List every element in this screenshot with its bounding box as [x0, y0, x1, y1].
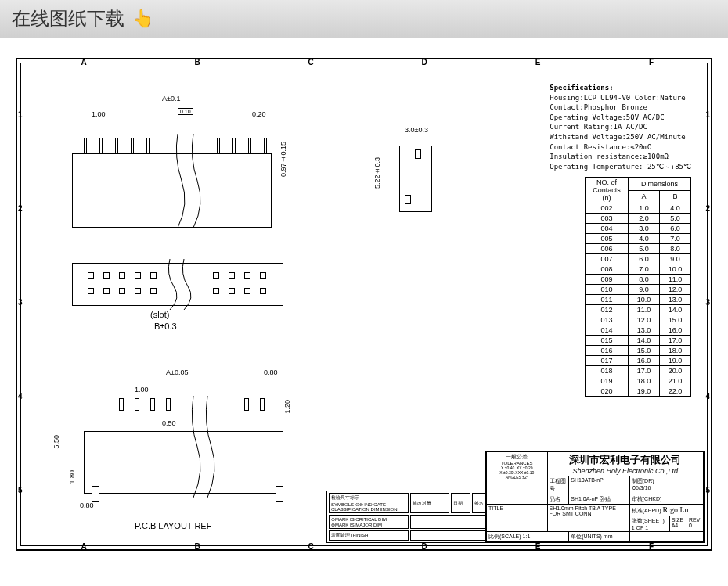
dim-pad-w: 0.50 — [162, 419, 176, 427]
row-label-4-r: 4 — [705, 392, 710, 404]
draw-value: SH10ATB-nP — [569, 476, 630, 494]
top-bar-title: 在线图纸下载 — [12, 6, 124, 31]
slot-label: (slot) — [150, 310, 169, 319]
cell-a: 5.0 — [629, 244, 660, 254]
slot-opening — [260, 272, 266, 279]
spec-line: Contact Resistance:≤20mΩ — [550, 142, 691, 153]
dim-h: 5.22±0.3 — [373, 157, 381, 189]
col-label-e-top: E — [530, 58, 546, 67]
cell-a: 2.0 — [629, 214, 660, 224]
company-name-en: Shenzhen Holy Electronic Co.,Ltd — [550, 467, 701, 475]
dim-b: B±0.3 — [154, 322, 177, 331]
hand-pointer-icon[interactable]: 👆 — [132, 9, 153, 29]
date-value: '06/3/16 — [632, 485, 651, 491]
cell-b: 8.0 — [660, 244, 691, 254]
cell-b: 7.0 — [660, 234, 691, 244]
table-row: 0087.010.0 — [586, 264, 691, 275]
part-label: 品名 — [547, 494, 569, 505]
insp-label: 检验尺寸标示 — [331, 495, 359, 500]
table-row: 0043.06.0 — [586, 224, 691, 234]
cell-n: 003 — [586, 214, 629, 224]
cell-b: 21.0 — [660, 376, 691, 386]
cell-b: 9.0 — [660, 254, 691, 264]
dim-table-hdr-a: A — [629, 190, 660, 203]
pcb-label: P.C.B LAYOUT REF — [135, 521, 211, 530]
spec-line: Operating Temperature:-25℃～+85℃ — [550, 162, 691, 172]
dim-a: A±0.05 — [166, 368, 188, 376]
cell-n: 009 — [586, 275, 629, 285]
table-row: 01716.019.0 — [586, 356, 691, 366]
table-row: 0021.04.0 — [586, 203, 691, 214]
cell-n: 002 — [586, 203, 629, 214]
cell-n: 014 — [586, 325, 629, 336]
break-line-icon — [186, 396, 225, 498]
dim-h: 0.97±0.15 — [279, 142, 287, 177]
pcb-mounting-pad — [276, 486, 283, 502]
col-label-e-bot: E — [530, 542, 546, 551]
col-label-a-top: A — [76, 58, 92, 67]
dim-a: A±0.1 — [162, 95, 180, 102]
cell-n: 015 — [586, 336, 629, 346]
cell-b: 14.0 — [660, 305, 691, 315]
cell-n: 018 — [586, 366, 629, 376]
cell-b: 4.0 — [660, 203, 691, 214]
drawing-area: A B C D E F A B C D E F 1 2 3 4 5 1 2 3 … — [0, 38, 728, 570]
slot-opening — [119, 288, 125, 294]
cell-b: 17.0 — [660, 336, 691, 346]
spec-line: Insulation resistance:≥100mΩ — [550, 152, 691, 162]
cell-a: 10.0 — [629, 295, 660, 305]
table-row: 01918.021.0 — [586, 376, 691, 386]
part-value: SH1.0A-nP 卧贴 — [569, 494, 630, 505]
cell-b: 19.0 — [660, 356, 691, 366]
crit-note: ⊙MARK IS CRITICAL DIM — [331, 517, 387, 522]
slot-opening — [135, 288, 141, 294]
cell-a: 16.0 — [629, 356, 660, 366]
slot-opening — [150, 288, 157, 294]
dim-table-hdr-dim: Dimensions — [629, 178, 691, 191]
slot-opening — [244, 272, 250, 279]
dim-end: 0.80 — [264, 368, 278, 376]
rev-value: 0 — [689, 523, 692, 528]
slot-opening — [244, 288, 250, 294]
col-label-a-bot: A — [76, 542, 92, 551]
cell-a: 17.0 — [629, 366, 660, 376]
cell-n: 017 — [586, 356, 629, 366]
cell-a: 8.0 — [629, 275, 660, 285]
connector-pin — [131, 138, 134, 153]
dim-lead: 0.20 — [252, 110, 266, 118]
slot-opening — [260, 288, 266, 294]
cell-b: 18.0 — [660, 346, 691, 356]
col-label-c-top: C — [303, 58, 319, 67]
pcb-mounting-pad — [92, 486, 99, 502]
table-row: 01413.016.0 — [586, 325, 691, 336]
spec-line: Operating Voltage:50V AC/DC — [550, 113, 691, 123]
view-front-slot: (slot) B±0.3 — [72, 263, 307, 345]
table-row: 0098.011.0 — [586, 275, 691, 285]
cell-a: 14.0 — [629, 336, 660, 346]
cell-b: 5.0 — [660, 214, 691, 224]
table-row: 01110.013.0 — [586, 295, 691, 305]
table-row: 01615.018.0 — [586, 346, 691, 356]
cell-n: 016 — [586, 346, 629, 356]
view-top-connector: A±0.1 1.00 0.10 0.20 0.97±0.15 — [60, 95, 295, 243]
row-label-5-r: 5 — [705, 486, 710, 498]
dim-h3: 1.20 — [283, 400, 291, 414]
table-row: 0065.08.0 — [586, 244, 691, 254]
cell-a: 12.0 — [629, 315, 660, 325]
slot-opening — [213, 288, 219, 294]
rev-label: REV — [689, 517, 700, 523]
cell-a: 11.0 — [629, 305, 660, 315]
cell-n: 013 — [586, 315, 629, 325]
connector-pin — [264, 138, 267, 153]
slot-opening — [103, 288, 110, 294]
sheet-label: 张数(SHEET) — [632, 518, 665, 523]
slot-opening — [88, 272, 94, 279]
dim-table-hdr-no: NO. of Contacts (n) — [586, 178, 629, 203]
connector-pin — [84, 138, 87, 153]
cell-b: 15.0 — [660, 315, 691, 325]
dim-h1: 5.50 — [52, 435, 60, 449]
col-label-b-bot: B — [189, 542, 205, 551]
cell-n: 005 — [586, 234, 629, 244]
table-row: 01817.020.0 — [586, 366, 691, 376]
dimension-table: NO. of Contacts (n) Dimensions A B 0021.… — [585, 177, 691, 397]
